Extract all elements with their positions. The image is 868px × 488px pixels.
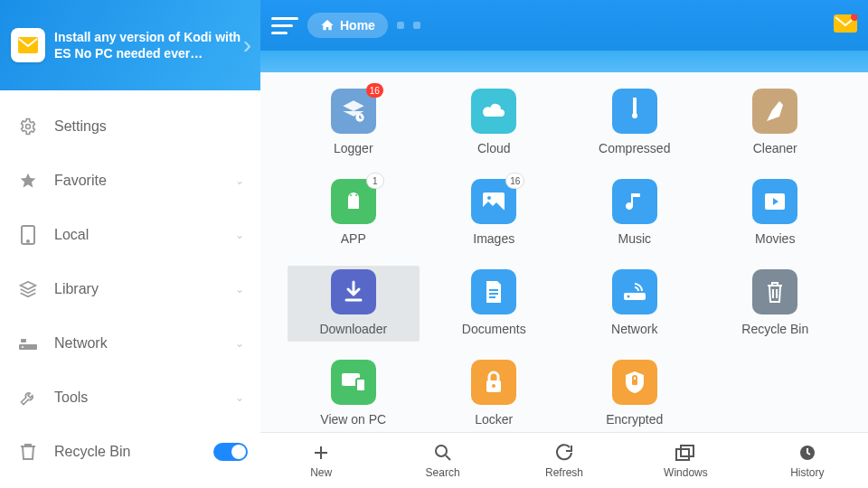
windows-button[interactable]: Windows — [625, 433, 746, 488]
bottombar: New Search Refresh Windows History — [260, 432, 868, 488]
svg-rect-6 — [21, 339, 26, 343]
trash-icon — [752, 269, 797, 314]
svg-point-25 — [436, 446, 447, 456]
chevron-right-icon: › — [243, 31, 251, 60]
breadcrumb-home[interactable]: Home — [307, 13, 388, 38]
music-icon — [612, 179, 657, 224]
sidebar-item-label: Network — [54, 335, 108, 352]
tile-recycle-bin[interactable]: Recycle Bin — [710, 266, 842, 342]
phone-icon — [18, 225, 38, 245]
tile-logger[interactable]: 16 Logger — [288, 85, 420, 161]
plus-icon — [311, 443, 331, 463]
svg-point-12 — [632, 113, 637, 118]
svg-rect-24 — [632, 380, 637, 385]
tile-compressed[interactable]: Compressed — [569, 85, 701, 161]
tile-documents[interactable]: Documents — [429, 266, 561, 342]
svg-rect-27 — [681, 446, 693, 456]
zip-icon — [612, 89, 657, 134]
tile-label: Images — [473, 231, 514, 246]
svg-point-3 — [27, 240, 29, 242]
svg-point-19 — [627, 296, 629, 298]
view-toggle-compact[interactable] — [397, 22, 404, 29]
menu-icon[interactable] — [271, 12, 298, 39]
sidebar-item-library[interactable]: Library ⌄ — [0, 262, 260, 316]
router-icon — [612, 269, 657, 314]
view-toggle-detail[interactable] — [413, 22, 420, 29]
network-icon — [18, 333, 38, 353]
sidebar-item-local[interactable]: Local ⌄ — [0, 208, 260, 262]
tile-label: Encrypted — [606, 412, 663, 427]
chevron-down-icon: ⌄ — [235, 391, 244, 404]
tile-encrypted[interactable]: Encrypted — [569, 356, 701, 432]
category-grid: 16 Logger Cloud Compressed — [260, 72, 868, 432]
tile-network[interactable]: Network — [569, 266, 701, 342]
svg-point-1 — [26, 125, 31, 129]
clock-icon — [797, 443, 817, 463]
tile-label: APP — [341, 231, 366, 246]
tile-label: Cleaner — [753, 141, 797, 155]
svg-point-14 — [355, 194, 357, 196]
chevron-down-icon: ⌄ — [235, 229, 244, 241]
image-icon: 16 — [471, 179, 516, 224]
tile-cleaner[interactable]: Cleaner — [710, 85, 842, 161]
refresh-button[interactable]: Refresh — [504, 433, 625, 488]
chevron-down-icon: ⌄ — [235, 283, 244, 296]
tile-badge: 1 — [367, 174, 383, 188]
tile-locker[interactable]: Locker — [429, 356, 561, 432]
tile-label: Cloud — [477, 141, 511, 155]
android-icon: 1 — [331, 179, 376, 224]
home-icon — [320, 18, 335, 33]
sidebar-item-tools[interactable]: Tools ⌄ — [0, 371, 260, 425]
sidebar-item-favorite[interactable]: Favorite ⌄ — [0, 154, 260, 208]
notifications-icon[interactable] — [834, 14, 857, 36]
tile-label: Locker — [475, 412, 513, 427]
tile-label: Network — [611, 322, 657, 336]
refresh-icon — [554, 443, 574, 463]
tile-app[interactable]: 1 APP — [288, 175, 420, 251]
recycle-bin-toggle[interactable] — [213, 443, 248, 461]
svg-point-23 — [492, 384, 495, 388]
broom-icon — [752, 89, 797, 134]
tile-view-on-pc[interactable]: View on PC — [288, 356, 420, 432]
tile-label: Recycle Bin — [741, 322, 808, 336]
tile-label: Downloader — [319, 322, 387, 336]
new-button[interactable]: New — [260, 433, 382, 488]
tile-images[interactable]: 16 Images — [429, 175, 561, 251]
sidebar-item-recycle-bin[interactable]: Recycle Bin — [0, 425, 260, 479]
tile-cloud[interactable]: Cloud — [429, 85, 561, 161]
svg-rect-11 — [633, 98, 637, 114]
tile-downloader[interactable]: Downloader — [288, 266, 420, 342]
tile-label: Logger — [334, 141, 373, 155]
sidebar-item-network[interactable]: Network ⌄ — [0, 316, 260, 371]
lock-icon — [471, 360, 516, 405]
logger-icon: 16 — [331, 89, 376, 134]
sidebar-item-settings[interactable]: Settings — [0, 99, 260, 154]
gear-icon — [18, 117, 38, 136]
tile-badge: 16 — [506, 174, 524, 188]
sidebar: Install any version of Kodi with ES No P… — [0, 0, 260, 488]
star-icon — [18, 171, 38, 191]
search-icon — [433, 443, 453, 463]
tile-movies[interactable]: Movies — [710, 175, 842, 251]
document-icon — [471, 269, 516, 314]
tile-label: Documents — [462, 322, 526, 336]
shield-icon — [612, 360, 657, 405]
sidebar-item-label: Favorite — [54, 173, 107, 189]
sidebar-item-label: Local — [54, 227, 89, 243]
promo-banner[interactable]: Install any version of Kodi with ES No P… — [0, 0, 260, 90]
btn-label: History — [790, 466, 824, 479]
svg-rect-21 — [356, 379, 365, 391]
btn-label: New — [310, 466, 332, 479]
tile-music[interactable]: Music — [569, 175, 701, 251]
sidebar-item-label: Tools — [54, 389, 88, 406]
svg-point-5 — [22, 346, 24, 348]
main-area: Home 16 Logger — [260, 0, 868, 488]
tile-label: Movies — [755, 231, 795, 246]
chevron-down-icon: ⌄ — [235, 174, 244, 187]
devices-icon — [331, 360, 376, 405]
search-button[interactable]: Search — [382, 433, 503, 488]
history-button[interactable]: History — [747, 433, 868, 488]
cloud-icon — [471, 89, 516, 134]
windows-icon — [675, 443, 695, 463]
sidebar-nav: Settings Favorite ⌄ Local ⌄ Library ⌄ Ne… — [0, 90, 260, 488]
